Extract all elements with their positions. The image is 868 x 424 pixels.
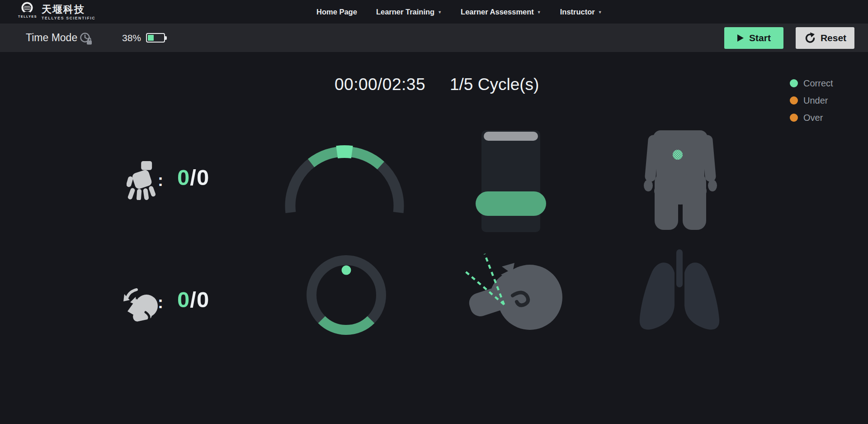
legend-under-label: Under: [803, 95, 828, 106]
nav-instructor[interactable]: Instructor ▼: [560, 8, 602, 16]
compression-rate-gauge: [277, 138, 412, 215]
session-toolbar: Time Mode 38% Start Rese: [0, 24, 868, 52]
brand-logo[interactable]: TELLYES 天堰科技 TELLYES SCIENTIFIC: [18, 1, 96, 20]
start-button[interactable]: Start: [724, 27, 783, 49]
logo-mark-text: TELLYES: [18, 15, 37, 18]
battery-status: 38%: [122, 24, 165, 52]
ventilation-correct-count: 0: [177, 287, 190, 312]
legend-item-correct: Correct: [790, 77, 833, 90]
ventilation-total-count: /0: [190, 287, 209, 312]
ventilation-ring-gauge: [301, 250, 392, 340]
start-button-label: Start: [749, 33, 771, 43]
cpr-training-app: TELLYES 天堰科技 TELLYES SCIENTIFIC Home Pag…: [0, 0, 868, 424]
compression-total-count: /0: [190, 165, 209, 190]
play-icon: [737, 34, 744, 42]
status-legend: Correct Under Over: [790, 77, 833, 124]
ventilation-score: 0/0: [177, 287, 209, 312]
chevron-down-icon: ▼: [438, 10, 442, 14]
compression-colon: :: [158, 171, 163, 190]
airway-head-figure: [457, 247, 565, 337]
tellyes-globe-icon: [19, 1, 36, 15]
nav-home-page-label: Home Page: [316, 8, 357, 16]
logo-mark: TELLYES: [18, 1, 37, 18]
reset-button[interactable]: Reset: [796, 27, 854, 49]
nav-learner-assessment[interactable]: Learner Assessment ▼: [461, 8, 541, 16]
main-menu: Home Page Learner Training ▼ Learner Ass…: [316, 0, 602, 24]
ventilation-colon: :: [158, 293, 163, 312]
over-dot-icon: [790, 114, 798, 122]
time-mode-label: Time Mode: [26, 32, 77, 44]
compression-correct-count: 0: [177, 165, 190, 190]
legend-over-label: Over: [803, 113, 823, 123]
correct-dot-icon: [790, 79, 798, 87]
nav-learner-assessment-label: Learner Assessment: [461, 8, 534, 16]
reset-arrow-icon: [804, 32, 816, 44]
battery-fill: [148, 35, 154, 41]
cycle-counter: 1/5 Cycle(s): [450, 75, 539, 94]
depth-gauge-target-zone: [476, 191, 546, 216]
chevron-down-icon: ▼: [598, 10, 602, 14]
compression-score: 0/0: [177, 165, 209, 190]
ring-gauge-marker: [342, 266, 351, 275]
hand-icon: [127, 161, 159, 200]
brand-name-cn: 天堰科技: [42, 4, 95, 15]
legend-correct-label: Correct: [803, 78, 833, 89]
depth-gauge-handle: [484, 132, 538, 141]
legend-item-under: Under: [790, 94, 833, 107]
nav-learner-training[interactable]: Learner Training ▼: [376, 8, 442, 16]
compression-depth-gauge: [481, 130, 540, 232]
nav-instructor-label: Instructor: [560, 8, 595, 16]
session-timer: 00:00/02:35: [335, 75, 425, 94]
reset-button-label: Reset: [821, 33, 846, 43]
under-dot-icon: [790, 96, 798, 105]
legend-item-over: Over: [790, 111, 833, 124]
top-nav: TELLYES 天堰科技 TELLYES SCIENTIFIC Home Pag…: [0, 0, 868, 24]
brand-name-en: TELLYES SCIENTIFIC: [42, 16, 95, 20]
nav-home-page[interactable]: Home Page: [316, 8, 357, 16]
nav-learner-training-label: Learner Training: [376, 8, 434, 16]
chevron-down-icon: ▼: [537, 10, 541, 14]
head-tilt-icon: [123, 285, 160, 324]
brand-text: 天堰科技 TELLYES SCIENTIFIC: [42, 4, 95, 20]
torso-figure: [628, 122, 732, 235]
battery-icon: [146, 33, 165, 43]
clock-lock-icon[interactable]: [79, 32, 94, 46]
lungs-icon: [633, 247, 732, 342]
chest-compression-point: [673, 150, 683, 160]
battery-percent-label: 38%: [122, 33, 141, 43]
time-mode-group: Time Mode: [26, 24, 94, 52]
